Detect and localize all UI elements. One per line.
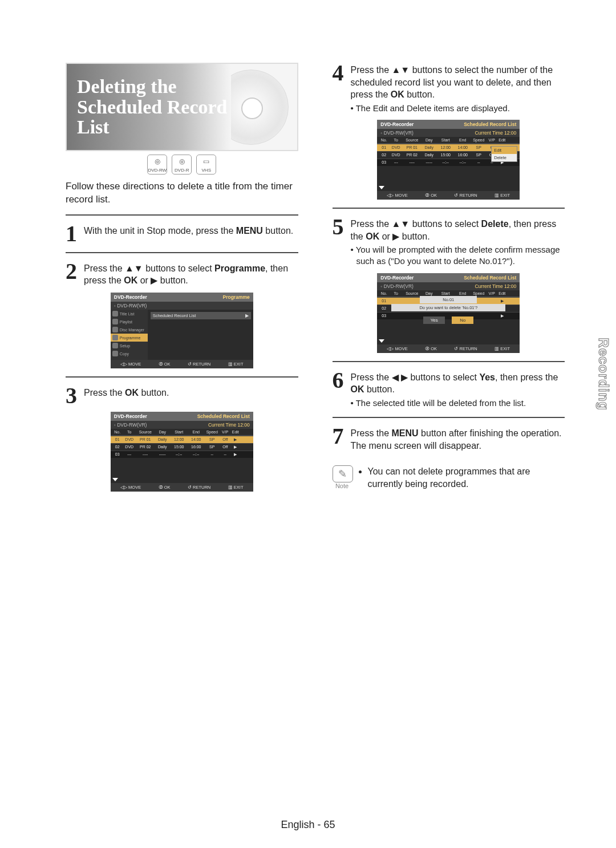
note-item: You can not delete programmes that are c… (368, 465, 565, 490)
scroll-down-icon (379, 186, 384, 189)
divider (333, 417, 565, 418)
osd-delete-confirm: DVD-Recorder Scheduled Record List ◦ DVD… (377, 273, 520, 353)
step-2: 2 Press the ▲▼ buttons to select Program… (66, 261, 298, 287)
disc-icon: ◎ (155, 155, 160, 168)
divider (66, 376, 298, 378)
step-text: Press the ▲▼ buttons to select the numbe… (351, 63, 565, 114)
badge-dvd-r: ◎ DVD-R (172, 155, 192, 175)
step-number: 6 (333, 370, 347, 409)
intro-paragraph: Follow these directions to delete a titl… (66, 180, 298, 206)
note-box: ✎ Note You can not delete programmes tha… (333, 465, 565, 490)
step-3: 3 Press the OK button. (66, 386, 298, 406)
step-text: Press the ◀ ▶ buttons to select Yes, the… (351, 370, 565, 409)
divider (66, 214, 298, 216)
confirm-message: Do you want to delete 'No.01'? (391, 304, 505, 311)
yes-button: Yes (423, 317, 445, 324)
badge-vhs: ▭ VHS (196, 155, 216, 175)
divider (333, 208, 565, 209)
section-side-tab: Recording (595, 338, 611, 411)
edit-delete-popup: Edit Delete (491, 146, 517, 162)
step-7: 7 Press the MENU button after finishing … (333, 426, 565, 452)
osd-programme-menu: DVD-Recorder Programme ◦ DVD-RW(VR) Titl… (111, 293, 253, 368)
osd-title: DVD-Recorder (114, 413, 147, 419)
hero-title-line1: Deleting the (77, 76, 177, 97)
media-badges: ◎ DVD-RW ◎ DVD-R ▭ VHS (66, 155, 298, 175)
table-row: 01DVDPR 01Daily12:0014:00SPOff▶ (111, 436, 253, 443)
table-row: 02DVDPR 02Daily15:0016:00SPOff▶ (111, 443, 253, 451)
step-text: Press the OK button. (84, 386, 169, 406)
step-text: Press the ▲▼ buttons to select Delete, t… (351, 217, 565, 267)
divider (333, 361, 565, 362)
table-row: 03--------------:----:------▶ (111, 451, 253, 458)
step-number: 4 (333, 63, 347, 114)
no-button: No (452, 317, 473, 324)
step-4: 4 Press the ▲▼ buttons to select the num… (333, 63, 565, 114)
step-text: Press the ▲▼ buttons to select Programme… (84, 261, 298, 287)
divider (66, 252, 298, 253)
osd-context: Programme (223, 294, 250, 300)
step-6: 6 Press the ◀ ▶ buttons to select Yes, t… (333, 370, 565, 409)
osd-schedule-list-popup: DVD-Recorder Scheduled Record List ◦ DVD… (377, 120, 520, 200)
step-number: 5 (333, 217, 347, 267)
step-number: 7 (333, 426, 347, 452)
step-1: 1 With the unit in Stop mode, press the … (66, 224, 298, 244)
note-icon: ✎ (333, 465, 353, 482)
scroll-down-icon (112, 478, 118, 481)
confirm-title-bar: No.01 (420, 296, 477, 303)
tape-icon: ▭ (203, 155, 209, 168)
step-text: Press the MENU button after finishing th… (351, 426, 565, 452)
step-number: 2 (66, 261, 80, 287)
step-5: 5 Press the ▲▼ buttons to select Delete,… (333, 217, 565, 267)
osd-title: DVD-Recorder (114, 294, 147, 300)
section-hero: Deleting the Scheduled Record List (66, 63, 298, 151)
page-footer: English - 65 (0, 819, 616, 831)
step-text: With the unit in Stop mode, press the ME… (84, 224, 293, 244)
disc-icon: ◎ (179, 155, 185, 168)
step-number: 3 (66, 386, 80, 406)
step-number: 1 (66, 224, 80, 244)
osd-context: Scheduled Record List (197, 413, 250, 419)
hero-title-line2: Scheduled Record List (77, 96, 228, 138)
scroll-down-icon (379, 339, 384, 343)
osd-schedule-list: DVD-Recorder Scheduled Record List ◦ DVD… (111, 412, 253, 492)
badge-dvd-rw: ◎ DVD-RW (147, 155, 167, 175)
